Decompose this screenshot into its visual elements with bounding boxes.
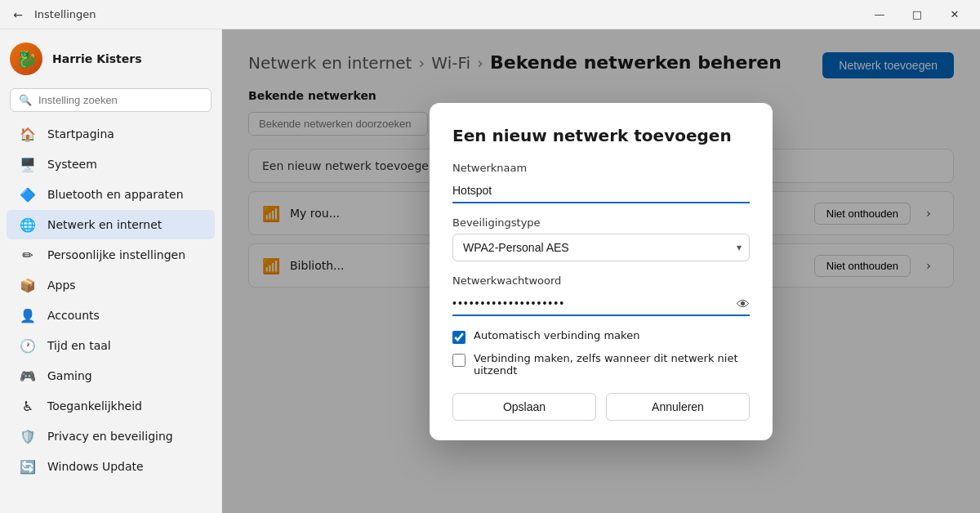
sidebar-profile: 🐉 Harrie Kisters	[0, 36, 221, 88]
save-button[interactable]: Opslaan	[452, 393, 596, 421]
sidebar-item-systeem[interactable]: 🖥️ Systeem	[7, 149, 215, 179]
sidebar-item-update[interactable]: 🔄 Windows Update	[7, 452, 215, 481]
content-area: Netwerk en internet › Wi-Fi › Bekende ne…	[222, 29, 980, 513]
sidebar-item-label: Startpagina	[47, 127, 114, 141]
bluetooth-icon: 🔷	[20, 186, 36, 203]
netwerk-icon: 🌐	[20, 216, 36, 233]
accounts-icon: 👤	[20, 307, 36, 323]
minimize-button[interactable]: —	[861, 0, 898, 29]
sidebar-item-label: Apps	[47, 279, 76, 292]
sidebar: 🐉 Harrie Kisters 🔍 🏠 Startpagina 🖥️ Syst…	[0, 29, 222, 513]
dialog-overlay: Een nieuw netwerk toevoegen Netwerknaam …	[222, 29, 980, 513]
hidden-network-label[interactable]: Verbinding maken, zelfs wanneer dit netw…	[474, 352, 750, 377]
back-button[interactable]: ←	[7, 3, 29, 26]
eye-icon[interactable]: 👁	[737, 296, 750, 311]
maximize-button[interactable]: □	[898, 0, 936, 29]
sidebar-item-label: Tijd en taal	[47, 339, 111, 352]
tijd-icon: 🕐	[20, 337, 36, 354]
sidebar-item-persoonlijk[interactable]: ✏️ Persoonlijke instellingen	[7, 240, 215, 270]
sidebar-item-label: Netwerk en internet	[47, 218, 162, 231]
app-layout: 🐉 Harrie Kisters 🔍 🏠 Startpagina 🖥️ Syst…	[0, 29, 980, 513]
sidebar-item-netwerk[interactable]: 🌐 Netwerk en internet	[7, 210, 215, 239]
sidebar-item-label: Systeem	[47, 158, 97, 171]
sidebar-item-label: Accounts	[47, 309, 100, 322]
sidebar-item-label: Bluetooth en apparaten	[47, 188, 184, 201]
security-select-wrap: WPA2-Personal AES WPA3-Personal WPA-Pers…	[452, 234, 750, 261]
sidebar-item-label: Toegankelijkheid	[47, 399, 142, 413]
search-icon: 🔍	[19, 94, 32, 106]
sidebar-item-gaming[interactable]: 🎮 Gaming	[7, 361, 215, 390]
hidden-network-row: Verbinding maken, zelfs wanneer dit netw…	[452, 352, 750, 377]
security-type-label: Beveiligingstype	[452, 216, 750, 229]
titlebar: ← Instellingen — □ ✕	[0, 0, 980, 29]
auto-connect-checkbox[interactable]	[452, 331, 466, 344]
avatar: 🐉	[10, 42, 42, 75]
sidebar-item-apps[interactable]: 📦 Apps	[7, 270, 215, 300]
sidebar-item-tijd[interactable]: 🕐 Tijd en taal	[7, 331, 215, 360]
apps-icon: 📦	[20, 277, 36, 293]
network-name-input[interactable]	[452, 179, 750, 203]
sidebar-item-toegankelijkheid[interactable]: ♿ Toegankelijkheid	[7, 391, 215, 421]
auto-connect-label[interactable]: Automatisch verbinding maken	[474, 329, 639, 341]
password-label: Netwerkwachtwoord	[452, 274, 750, 287]
hidden-network-checkbox[interactable]	[452, 354, 466, 367]
sidebar-item-privacy[interactable]: 🛡️ Privacy en beveiliging	[7, 422, 215, 451]
sidebar-item-startpagina[interactable]: 🏠 Startpagina	[7, 119, 215, 149]
sidebar-item-label: Windows Update	[47, 460, 144, 473]
window-controls: — □ ✕	[861, 0, 973, 29]
sidebar-item-label: Persoonlijke instellingen	[47, 248, 185, 261]
gaming-icon: 🎮	[20, 368, 36, 384]
auto-connect-row: Automatisch verbinding maken	[452, 329, 750, 344]
app-title: Instellingen	[34, 8, 96, 20]
startpagina-icon: 🏠	[20, 126, 36, 142]
search-box[interactable]: 🔍	[10, 88, 212, 112]
dialog-title: Een nieuw netwerk toevoegen	[452, 126, 750, 145]
nav-list: 🏠 Startpagina 🖥️ Systeem 🔷 Bluetooth en …	[0, 118, 221, 482]
sidebar-item-label: Gaming	[47, 369, 92, 382]
sidebar-item-bluetooth[interactable]: 🔷 Bluetooth en apparaten	[7, 180, 215, 209]
sidebar-item-label: Privacy en beveiliging	[47, 430, 173, 443]
sidebar-item-accounts[interactable]: 👤 Accounts	[7, 301, 215, 330]
update-icon: 🔄	[20, 458, 36, 475]
password-input[interactable]	[452, 292, 750, 316]
search-input[interactable]	[38, 94, 203, 106]
dialog-actions: Opslaan Annuleren	[452, 393, 750, 421]
close-button[interactable]: ✕	[936, 0, 973, 29]
security-type-select[interactable]: WPA2-Personal AES WPA3-Personal WPA-Pers…	[452, 234, 750, 261]
privacy-icon: 🛡️	[20, 428, 36, 444]
cancel-button[interactable]: Annuleren	[606, 393, 750, 421]
add-network-dialog: Een nieuw netwerk toevoegen Netwerknaam …	[430, 103, 773, 440]
network-name-label: Netwerknaam	[452, 162, 750, 174]
password-wrap: 👁	[452, 292, 750, 316]
profile-name: Harrie Kisters	[52, 52, 142, 65]
toegankelijkheid-icon: ♿	[20, 398, 36, 414]
systeem-icon: 🖥️	[20, 156, 36, 172]
avatar-icon: 🐉	[16, 49, 37, 69]
persoonlijk-icon: ✏️	[20, 247, 36, 263]
